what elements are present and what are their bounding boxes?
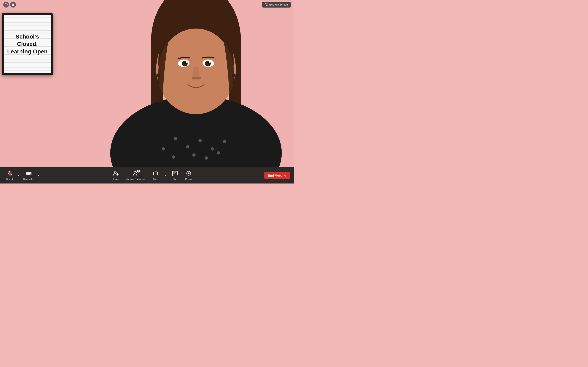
unmute-chevron-button[interactable] <box>17 173 20 177</box>
share-icon <box>153 170 159 177</box>
svg-point-6 <box>174 137 177 140</box>
record-label: Record <box>185 178 192 180</box>
unmute-label: Unmute <box>6 178 14 180</box>
svg-point-50 <box>188 173 190 174</box>
exit-fullscreen-label: Exit Full Screen <box>269 3 288 6</box>
stop-video-button[interactable]: Stop Video <box>21 170 36 181</box>
manage-participants-wrap: 1 Manage Participants <box>124 170 148 181</box>
lock-icon[interactable] <box>10 2 16 8</box>
svg-point-10 <box>223 140 226 143</box>
svg-point-13 <box>192 153 196 157</box>
letterboard-text: School's Closed, Learning Open <box>4 31 51 57</box>
svg-point-15 <box>217 151 220 155</box>
participants-count-badge: 1 <box>137 170 140 173</box>
toolbar-right: End Meeting <box>264 172 290 179</box>
invite-icon <box>113 170 119 177</box>
svg-point-22 <box>186 61 187 63</box>
share-chevron-button[interactable] <box>164 173 167 177</box>
participants-icon: 1 <box>133 170 139 177</box>
record-button[interactable]: Record <box>182 170 195 181</box>
share-label: Share <box>153 178 159 180</box>
svg-point-43 <box>134 171 136 173</box>
svg-point-28 <box>196 77 201 80</box>
svg-point-26 <box>209 61 210 63</box>
stop-video-label: Stop Video <box>23 178 34 180</box>
end-meeting-label: End Meeting <box>268 174 286 177</box>
video-icon <box>26 170 32 177</box>
top-left-controls: i <box>3 2 16 8</box>
bottom-toolbar: Unmute Stop Video <box>0 167 294 184</box>
svg-point-40 <box>114 171 116 173</box>
invite-label: Invite <box>113 178 119 180</box>
unmute-button[interactable]: Unmute <box>4 170 16 181</box>
info-icon[interactable]: i <box>3 2 9 8</box>
chat-label: Chat <box>173 178 177 180</box>
svg-rect-39 <box>26 172 30 175</box>
manage-participants-button[interactable]: 1 Manage Participants <box>124 170 148 181</box>
manage-participants-label: Manage Participants <box>126 178 146 180</box>
chat-icon <box>172 170 178 177</box>
svg-point-8 <box>199 139 202 142</box>
chat-button[interactable]: Chat <box>169 170 181 181</box>
svg-point-9 <box>211 147 214 150</box>
record-icon <box>186 170 192 177</box>
svg-point-11 <box>162 147 165 150</box>
video-chevron-button[interactable] <box>37 173 40 177</box>
svg-point-7 <box>186 145 190 149</box>
microphone-slash-icon <box>7 170 13 177</box>
top-bar: i Exit Full Screen <box>0 0 294 9</box>
svg-point-27 <box>191 77 196 80</box>
toolbar-center: Invite 1 Manage Participants <box>40 170 264 181</box>
share-button[interactable]: Share <box>150 170 162 181</box>
svg-point-12 <box>172 155 175 159</box>
svg-point-14 <box>205 156 208 160</box>
letterboard-sign: School's Closed, Learning Open <box>2 13 53 75</box>
invite-button[interactable]: Invite <box>110 170 122 181</box>
exit-fullscreen-button[interactable]: Exit Full Screen <box>262 2 291 8</box>
svg-text:i: i <box>6 4 7 6</box>
svg-rect-33 <box>12 4 14 6</box>
toolbar-left: Unmute Stop Video <box>4 170 40 181</box>
end-meeting-button[interactable]: End Meeting <box>264 172 290 179</box>
svg-rect-45 <box>154 172 158 175</box>
